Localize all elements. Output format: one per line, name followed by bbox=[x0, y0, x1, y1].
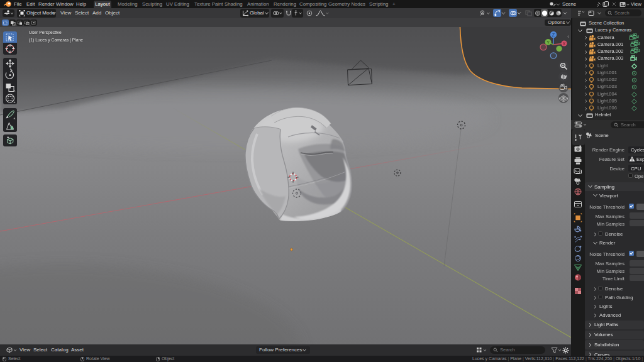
svg-text:Y: Y bbox=[547, 40, 550, 45]
svg-text:X: X bbox=[563, 41, 566, 46]
svg-text:Z: Z bbox=[552, 33, 555, 37]
